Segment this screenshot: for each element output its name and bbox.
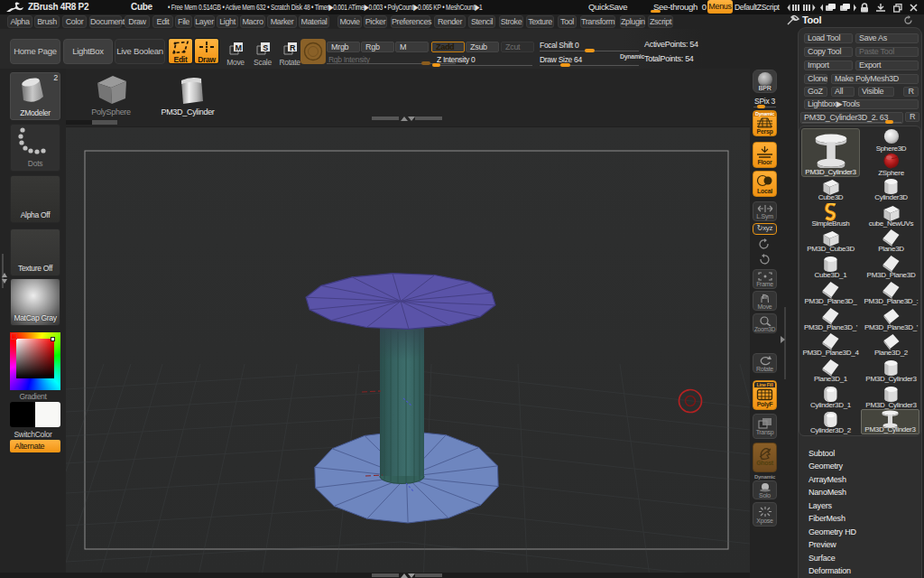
svg-text:M: M xyxy=(235,43,241,52)
svg-text:S: S xyxy=(263,43,268,52)
svg-text:R: R xyxy=(289,43,295,52)
